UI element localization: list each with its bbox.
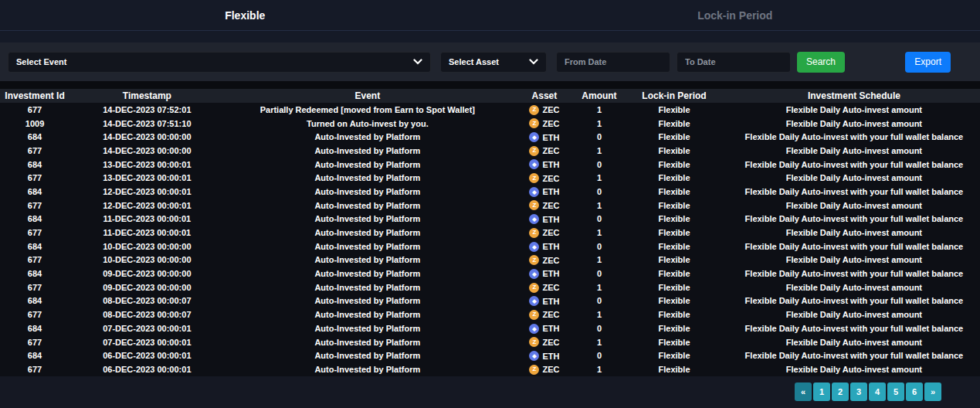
cell-amount: 1 [578, 171, 621, 185]
select-asset-dropdown[interactable]: Select Asset [440, 52, 547, 73]
filter-bar: Select Event Select Asset Search Export [0, 42, 980, 81]
zec-coin-icon: Z [529, 283, 539, 293]
cell-event: Auto-Invested by Platform [225, 308, 511, 321]
cell-lock-in-period: Flexible [620, 226, 728, 240]
cell-investment-id: 684 [0, 185, 70, 199]
pagination-page-2[interactable]: 2 [832, 382, 849, 401]
cell-lock-in-period: Flexible [620, 199, 728, 212]
column-header-investment-schedule: Investment Schedule [728, 89, 980, 103]
cell-lock-in-period: Flexible [620, 158, 728, 172]
zec-coin-icon: Z [529, 105, 539, 115]
cell-lock-in-period: Flexible [620, 103, 728, 117]
cell-asset: ◆ETH [510, 158, 578, 172]
cell-investment-id: 684 [0, 240, 70, 253]
cell-investment-id: 684 [0, 348, 70, 362]
cell-investment-id: 684 [0, 212, 70, 226]
cell-investment-schedule: Flexible Daily Auto-invest with your ful… [728, 321, 980, 335]
cell-timestamp: 13-DEC-2023 00:00:01 [70, 158, 225, 172]
cell-amount: 0 [578, 158, 621, 172]
export-button[interactable]: Export [905, 52, 951, 73]
cell-event: Auto-Invested by Platform [225, 212, 511, 226]
asset-label: ETH [542, 160, 559, 169]
pagination: «123456» [795, 382, 941, 401]
pagination-prev-button[interactable]: « [795, 382, 812, 401]
cell-investment-id: 677 [0, 280, 70, 294]
cell-investment-id: 677 [0, 199, 70, 212]
select-event-dropdown[interactable]: Select Event [8, 52, 431, 73]
cell-asset: ◆ETH [510, 348, 578, 362]
pagination-next-button[interactable]: » [924, 382, 941, 401]
cell-timestamp: 08-DEC-2023 00:00:07 [70, 308, 225, 321]
pagination-page-6[interactable]: 6 [906, 382, 923, 401]
table-header: Investment IdTimestampEventAssetAmountLo… [0, 89, 980, 103]
cell-event: Auto-Invested by Platform [225, 253, 511, 267]
cell-investment-id: 677 [0, 144, 70, 158]
column-header-amount: Amount [578, 89, 621, 103]
table-row: 67710-DEC-2023 00:00:00Auto-Invested by … [0, 253, 980, 267]
cell-investment-id: 1009 [0, 117, 70, 131]
tab-header: Flexible Lock-in Period [0, 0, 980, 42]
pagination-page-4[interactable]: 4 [869, 382, 886, 401]
cell-asset: ◆ETH [510, 294, 578, 308]
cell-investment-id: 684 [0, 267, 70, 280]
cell-amount: 0 [578, 130, 621, 144]
zec-coin-icon: Z [529, 118, 539, 128]
cell-investment-schedule: Flexible Daily Auto-invest with your ful… [728, 348, 980, 362]
cell-asset: ◆ETH [510, 321, 578, 335]
zec-coin-icon: Z [529, 200, 539, 210]
tab-flexible[interactable]: Flexible [0, 0, 490, 30]
cell-investment-id: 684 [0, 130, 70, 144]
search-button[interactable]: Search [797, 52, 845, 73]
cell-asset: ◆ETH [510, 212, 578, 226]
zec-coin-icon: Z [529, 173, 539, 183]
cell-timestamp: 06-DEC-2023 00:00:01 [70, 348, 225, 362]
cell-asset: ZZEC [510, 362, 578, 376]
cell-timestamp: 10-DEC-2023 00:00:00 [70, 240, 225, 253]
cell-amount: 1 [578, 226, 621, 240]
pagination-page-3[interactable]: 3 [850, 382, 867, 401]
cell-lock-in-period: Flexible [620, 348, 728, 362]
table-row: 68406-DEC-2023 00:00:01Auto-Invested by … [0, 348, 980, 362]
cell-event: Auto-Invested by Platform [225, 226, 511, 240]
cell-asset: ZZEC [510, 199, 578, 212]
asset-label: ZEC [542, 365, 559, 374]
cell-investment-schedule: Flexible Daily Auto-invest amount [728, 280, 980, 294]
cell-investment-id: 677 [0, 253, 70, 267]
tabbar: Flexible Lock-in Period [0, 0, 980, 31]
asset-label: ETH [542, 242, 559, 251]
eth-coin-icon: ◆ [529, 269, 539, 279]
table-footer: «123456» [0, 376, 980, 408]
pagination-page-1[interactable]: 1 [813, 382, 830, 401]
cell-event: Turned on Auto-invest by you. [225, 117, 511, 131]
to-date-input[interactable] [677, 52, 791, 73]
cell-event: Auto-Invested by Platform [225, 130, 511, 144]
cell-amount: 0 [578, 267, 621, 280]
cell-amount: 0 [578, 185, 621, 199]
chevron-down-icon [529, 57, 538, 66]
cell-investment-id: 677 [0, 362, 70, 376]
cell-investment-schedule: Flexible Daily Auto-invest with your ful… [728, 158, 980, 172]
cell-timestamp: 07-DEC-2023 00:00:01 [70, 321, 225, 335]
pagination-page-5[interactable]: 5 [887, 382, 904, 401]
divider [0, 81, 980, 89]
cell-lock-in-period: Flexible [620, 335, 728, 349]
tab-lock-in-period[interactable]: Lock-in Period [490, 0, 980, 30]
eth-coin-icon: ◆ [529, 296, 539, 306]
table-row: 67708-DEC-2023 00:00:07Auto-Invested by … [0, 308, 980, 321]
cell-lock-in-period: Flexible [620, 212, 728, 226]
cell-timestamp: 08-DEC-2023 00:00:07 [70, 294, 225, 308]
cell-event: Partially Redeemed [moved from Earn to S… [225, 103, 511, 117]
cell-asset: ZZEC [510, 171, 578, 185]
cell-timestamp: 14-DEC-2023 07:52:01 [70, 103, 225, 117]
cell-investment-schedule: Flexible Daily Auto-invest with your ful… [728, 130, 980, 144]
table-row: 67711-DEC-2023 00:00:01Auto-Invested by … [0, 226, 980, 240]
cell-investment-id: 677 [0, 226, 70, 240]
cell-investment-schedule: Flexible Daily Auto-invest with your ful… [728, 185, 980, 199]
cell-investment-schedule: Flexible Daily Auto-invest amount [728, 171, 980, 185]
eth-coin-icon: ◆ [529, 214, 539, 224]
from-date-input[interactable] [556, 52, 670, 73]
eth-coin-icon: ◆ [529, 159, 539, 169]
table-header-row: Investment IdTimestampEventAssetAmountLo… [0, 89, 980, 103]
cell-event: Auto-Invested by Platform [225, 144, 511, 158]
table-row: 68409-DEC-2023 00:00:00Auto-Invested by … [0, 267, 980, 280]
